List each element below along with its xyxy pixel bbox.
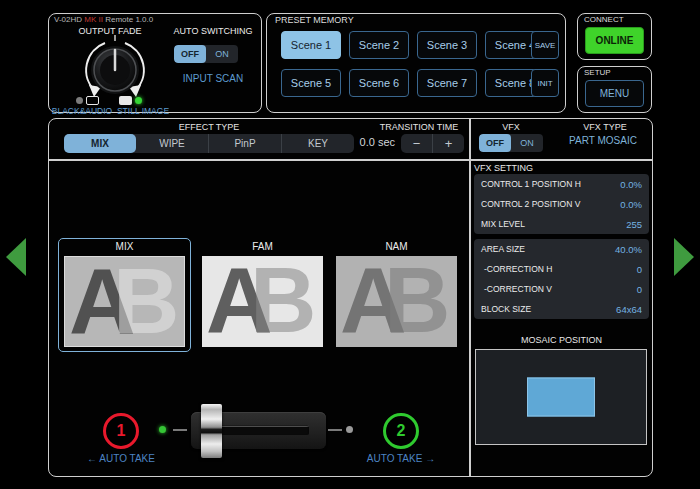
still-image-indicator [119,96,142,105]
mosaic-position-pad[interactable] [475,349,647,445]
input-scan-button[interactable]: INPUT SCAN [167,73,259,84]
vfx-setting-row-correction-v[interactable]: -CORRECTION V 0 [474,279,649,299]
row-label: -CORRECTION H [481,264,552,274]
vfx-setting-row-control2[interactable]: CONTROL 2 POSITION V 0.0% [474,194,649,214]
scene-5-button[interactable]: Scene 5 [281,69,341,97]
effect-type-segmented[interactable]: MIX WIPE PinP KEY [64,134,354,153]
vfx-toggle[interactable]: OFF ON [479,134,543,152]
setup-title: SETUP [584,68,611,77]
fader-end-mark-right [328,429,342,431]
letter-b: B [384,256,450,344]
transition-fader-handle[interactable] [201,404,222,458]
transition-time-minus-button[interactable]: − [401,134,432,153]
letter-b: B [113,257,179,345]
row-value: 255 [626,219,642,230]
save-button[interactable]: SAVE [531,31,559,59]
device-panel: V-02HD MK II Remote 1.0.0 OUTPUT FADE [48,13,262,113]
row-label: MIX LEVEL [481,219,525,229]
vfx-setting-row-area-size[interactable]: AREA SIZE 40.0% [474,239,649,259]
app-title: V-02HD MK II Remote 1.0.0 [54,15,153,24]
input-1-button[interactable]: 1 [103,413,139,449]
still-image-frame-icon [119,96,132,105]
bus-b-indicator-icon [346,426,353,433]
scene-1-button[interactable]: Scene 1 [281,31,341,59]
preview-tile-label: MIX [59,241,190,252]
still-image-label[interactable]: STILL IMAGE [113,106,173,116]
row-value: 0 [637,264,642,275]
black-audio-label[interactable]: BLACK&AUDIO [51,106,113,116]
online-status-button[interactable]: ONLINE [585,27,644,54]
page-next-arrow-icon[interactable] [674,238,694,276]
row-value: 64x64 [616,304,642,315]
init-button[interactable]: INIT [531,69,559,97]
vfx-off-button[interactable]: OFF [479,134,511,152]
auto-switching-toggle[interactable]: OFF ON [174,45,238,63]
row-label: CONTROL 2 POSITION V [481,199,580,209]
preview-tile-label: NAM [331,241,462,252]
transition-time-plus-button[interactable]: + [432,134,464,153]
preset-memory-title: PRESET MEMORY [275,15,354,25]
page-prev-arrow-icon[interactable] [6,238,26,276]
scene-2-button[interactable]: Scene 2 [349,31,409,59]
row-label: BLOCK SIZE [481,304,531,314]
preview-image-fam: A B [202,256,323,347]
auto-switching-off-button[interactable]: OFF [174,45,206,63]
preview-image-mix: A B [64,256,185,347]
app-root: V-02HD MK II Remote 1.0.0 OUTPUT FADE [0,0,700,489]
black-audio-indicator [76,96,99,105]
vfx-setting-row-correction-h[interactable]: -CORRECTION H 0 [474,259,649,279]
vfx-setting-row-block-size[interactable]: BLOCK SIZE 64x64 [474,299,649,319]
vfx-type-value[interactable]: PART MOSAIC [552,135,654,146]
effect-type-key[interactable]: KEY [281,134,354,153]
input-2-button[interactable]: 2 [383,413,419,449]
effect-type-pinp[interactable]: PinP [208,134,281,153]
effect-type-wipe[interactable]: WIPE [136,134,208,153]
transition-time-stepper[interactable]: − + [401,134,464,153]
mosaic-position-title: MOSAIC POSITION [474,335,649,345]
vfx-label: VFX [469,122,553,132]
vfx-on-button[interactable]: ON [511,134,543,152]
vfx-setting-row-mix-level[interactable]: MIX LEVEL 255 [474,214,649,234]
row-label: AREA SIZE [481,244,525,254]
connect-title: CONNECT [584,15,624,24]
auto-switching-label: AUTO SWITCHING [167,26,259,36]
transition-time-label: TRANSITION TIME [372,122,466,132]
app-title-version: Remote 1.0.0 [105,15,153,24]
horizontal-divider [49,159,652,161]
scene-6-button[interactable]: Scene 6 [349,69,409,97]
output-fade-knob[interactable] [73,34,157,100]
transition-time-value: 0.0 sec [349,136,395,148]
fader-end-mark-left [173,429,187,431]
vfx-setting-title: VFX SETTING [474,163,533,173]
connect-panel: CONNECT ONLINE [577,13,652,60]
preview-tile-nam[interactable]: NAM A B [330,238,463,352]
menu-button[interactable]: MENU [585,80,644,107]
preview-tile-mix[interactable]: MIX A B [58,238,191,352]
scene-7-button[interactable]: Scene 7 [417,69,477,97]
black-audio-frame-icon [86,96,99,105]
row-value: 0.0% [620,199,642,210]
row-value: 0 [637,284,642,295]
still-image-led-icon [135,97,142,104]
letter-b: B [250,256,316,344]
row-label: CONTROL 1 POSITION H [481,179,581,189]
row-label: -CORRECTION V [481,284,552,294]
vfx-setting-group-2: AREA SIZE 40.0% -CORRECTION H 0 -CORRECT… [474,239,649,319]
knob-icon [73,34,157,100]
effect-type-mix[interactable]: MIX [64,134,136,153]
row-value: 40.0% [615,244,642,255]
row-value: 0.0% [620,179,642,190]
auto-take-right-button[interactable]: AUTO TAKE → [339,453,463,464]
mosaic-area-rect[interactable] [527,378,595,417]
vfx-type-label: VFX TYPE [559,122,651,132]
effect-type-label: EFFECT TYPE [64,122,354,132]
vfx-setting-row-control1[interactable]: CONTROL 1 POSITION H 0.0% [474,174,649,194]
bus-a-indicator-icon [159,426,166,433]
auto-switching-on-button[interactable]: ON [206,45,238,63]
switcher-panel: EFFECT TYPE MIX WIPE PinP KEY TRANSITION… [48,118,653,477]
scene-3-button[interactable]: Scene 3 [417,31,477,59]
app-title-mk: MK II [84,15,103,24]
preview-tile-fam[interactable]: FAM A B [196,238,329,352]
vfx-setting-group-1: CONTROL 1 POSITION H 0.0% CONTROL 2 POSI… [474,174,649,234]
auto-take-left-button[interactable]: ← AUTO TAKE [59,453,183,464]
